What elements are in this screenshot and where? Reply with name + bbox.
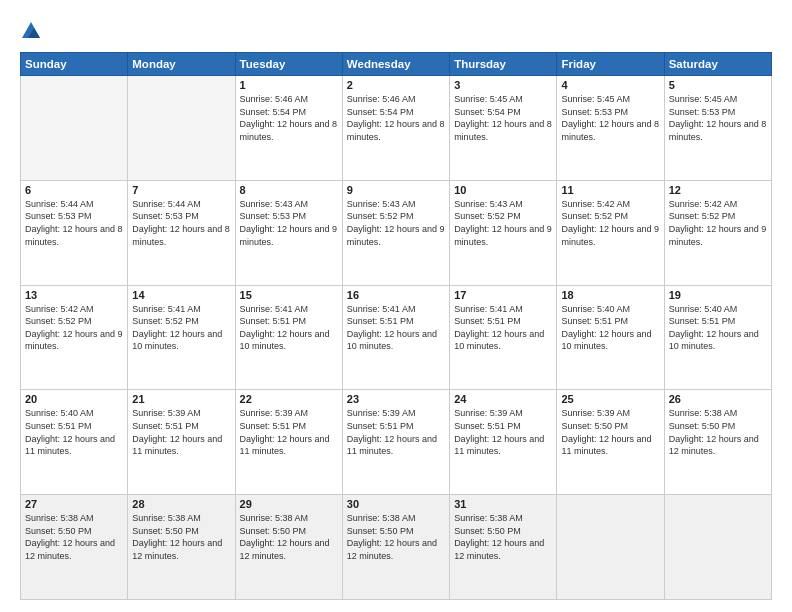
day-info: Sunrise: 5:41 AM Sunset: 5:51 PM Dayligh… [454, 303, 552, 353]
calendar-cell: 30Sunrise: 5:38 AM Sunset: 5:50 PM Dayli… [342, 495, 449, 600]
day-info: Sunrise: 5:45 AM Sunset: 5:54 PM Dayligh… [454, 93, 552, 143]
day-number: 1 [240, 79, 338, 91]
day-number: 20 [25, 393, 123, 405]
day-number: 13 [25, 289, 123, 301]
calendar-cell: 11Sunrise: 5:42 AM Sunset: 5:52 PM Dayli… [557, 180, 664, 285]
logo [20, 20, 46, 42]
weekday-header: Saturday [664, 53, 771, 76]
day-info: Sunrise: 5:38 AM Sunset: 5:50 PM Dayligh… [240, 512, 338, 562]
calendar-cell: 31Sunrise: 5:38 AM Sunset: 5:50 PM Dayli… [450, 495, 557, 600]
weekday-header: Friday [557, 53, 664, 76]
calendar-cell: 12Sunrise: 5:42 AM Sunset: 5:52 PM Dayli… [664, 180, 771, 285]
day-info: Sunrise: 5:44 AM Sunset: 5:53 PM Dayligh… [25, 198, 123, 248]
weekday-header: Sunday [21, 53, 128, 76]
calendar-table: SundayMondayTuesdayWednesdayThursdayFrid… [20, 52, 772, 600]
calendar-week-row: 6Sunrise: 5:44 AM Sunset: 5:53 PM Daylig… [21, 180, 772, 285]
calendar-cell: 26Sunrise: 5:38 AM Sunset: 5:50 PM Dayli… [664, 390, 771, 495]
day-info: Sunrise: 5:44 AM Sunset: 5:53 PM Dayligh… [132, 198, 230, 248]
day-info: Sunrise: 5:39 AM Sunset: 5:51 PM Dayligh… [347, 407, 445, 457]
day-number: 28 [132, 498, 230, 510]
calendar-cell: 23Sunrise: 5:39 AM Sunset: 5:51 PM Dayli… [342, 390, 449, 495]
calendar-cell [664, 495, 771, 600]
day-info: Sunrise: 5:38 AM Sunset: 5:50 PM Dayligh… [25, 512, 123, 562]
day-number: 18 [561, 289, 659, 301]
weekday-header: Monday [128, 53, 235, 76]
calendar-cell: 9Sunrise: 5:43 AM Sunset: 5:52 PM Daylig… [342, 180, 449, 285]
calendar-cell [128, 76, 235, 181]
calendar-cell: 13Sunrise: 5:42 AM Sunset: 5:52 PM Dayli… [21, 285, 128, 390]
day-number: 12 [669, 184, 767, 196]
calendar-week-row: 13Sunrise: 5:42 AM Sunset: 5:52 PM Dayli… [21, 285, 772, 390]
day-number: 7 [132, 184, 230, 196]
day-number: 30 [347, 498, 445, 510]
calendar-week-row: 1Sunrise: 5:46 AM Sunset: 5:54 PM Daylig… [21, 76, 772, 181]
day-number: 14 [132, 289, 230, 301]
calendar-cell: 21Sunrise: 5:39 AM Sunset: 5:51 PM Dayli… [128, 390, 235, 495]
weekday-header: Wednesday [342, 53, 449, 76]
day-number: 16 [347, 289, 445, 301]
weekday-header-row: SundayMondayTuesdayWednesdayThursdayFrid… [21, 53, 772, 76]
calendar-cell [21, 76, 128, 181]
day-number: 3 [454, 79, 552, 91]
calendar-cell: 3Sunrise: 5:45 AM Sunset: 5:54 PM Daylig… [450, 76, 557, 181]
calendar-cell: 29Sunrise: 5:38 AM Sunset: 5:50 PM Dayli… [235, 495, 342, 600]
day-number: 6 [25, 184, 123, 196]
logo-icon [20, 20, 42, 42]
day-info: Sunrise: 5:45 AM Sunset: 5:53 PM Dayligh… [561, 93, 659, 143]
day-number: 31 [454, 498, 552, 510]
calendar-week-row: 27Sunrise: 5:38 AM Sunset: 5:50 PM Dayli… [21, 495, 772, 600]
day-info: Sunrise: 5:43 AM Sunset: 5:53 PM Dayligh… [240, 198, 338, 248]
calendar-cell: 20Sunrise: 5:40 AM Sunset: 5:51 PM Dayli… [21, 390, 128, 495]
calendar-cell: 15Sunrise: 5:41 AM Sunset: 5:51 PM Dayli… [235, 285, 342, 390]
calendar-cell: 4Sunrise: 5:45 AM Sunset: 5:53 PM Daylig… [557, 76, 664, 181]
day-info: Sunrise: 5:45 AM Sunset: 5:53 PM Dayligh… [669, 93, 767, 143]
day-info: Sunrise: 5:39 AM Sunset: 5:51 PM Dayligh… [132, 407, 230, 457]
day-info: Sunrise: 5:42 AM Sunset: 5:52 PM Dayligh… [561, 198, 659, 248]
calendar-cell: 24Sunrise: 5:39 AM Sunset: 5:51 PM Dayli… [450, 390, 557, 495]
day-info: Sunrise: 5:46 AM Sunset: 5:54 PM Dayligh… [240, 93, 338, 143]
calendar-cell: 2Sunrise: 5:46 AM Sunset: 5:54 PM Daylig… [342, 76, 449, 181]
day-number: 17 [454, 289, 552, 301]
day-info: Sunrise: 5:38 AM Sunset: 5:50 PM Dayligh… [347, 512, 445, 562]
day-info: Sunrise: 5:42 AM Sunset: 5:52 PM Dayligh… [25, 303, 123, 353]
day-info: Sunrise: 5:40 AM Sunset: 5:51 PM Dayligh… [25, 407, 123, 457]
day-number: 10 [454, 184, 552, 196]
day-number: 15 [240, 289, 338, 301]
day-info: Sunrise: 5:46 AM Sunset: 5:54 PM Dayligh… [347, 93, 445, 143]
day-info: Sunrise: 5:38 AM Sunset: 5:50 PM Dayligh… [132, 512, 230, 562]
day-info: Sunrise: 5:40 AM Sunset: 5:51 PM Dayligh… [561, 303, 659, 353]
calendar-cell: 6Sunrise: 5:44 AM Sunset: 5:53 PM Daylig… [21, 180, 128, 285]
calendar-cell: 17Sunrise: 5:41 AM Sunset: 5:51 PM Dayli… [450, 285, 557, 390]
day-number: 2 [347, 79, 445, 91]
calendar-cell: 18Sunrise: 5:40 AM Sunset: 5:51 PM Dayli… [557, 285, 664, 390]
weekday-header: Tuesday [235, 53, 342, 76]
day-number: 21 [132, 393, 230, 405]
day-info: Sunrise: 5:38 AM Sunset: 5:50 PM Dayligh… [454, 512, 552, 562]
day-number: 5 [669, 79, 767, 91]
calendar-cell: 19Sunrise: 5:40 AM Sunset: 5:51 PM Dayli… [664, 285, 771, 390]
calendar-cell: 8Sunrise: 5:43 AM Sunset: 5:53 PM Daylig… [235, 180, 342, 285]
calendar-cell: 10Sunrise: 5:43 AM Sunset: 5:52 PM Dayli… [450, 180, 557, 285]
calendar-cell: 14Sunrise: 5:41 AM Sunset: 5:52 PM Dayli… [128, 285, 235, 390]
day-number: 23 [347, 393, 445, 405]
calendar-cell [557, 495, 664, 600]
day-info: Sunrise: 5:39 AM Sunset: 5:51 PM Dayligh… [454, 407, 552, 457]
calendar-cell: 28Sunrise: 5:38 AM Sunset: 5:50 PM Dayli… [128, 495, 235, 600]
day-info: Sunrise: 5:43 AM Sunset: 5:52 PM Dayligh… [454, 198, 552, 248]
day-info: Sunrise: 5:41 AM Sunset: 5:52 PM Dayligh… [132, 303, 230, 353]
calendar-cell: 25Sunrise: 5:39 AM Sunset: 5:50 PM Dayli… [557, 390, 664, 495]
day-info: Sunrise: 5:41 AM Sunset: 5:51 PM Dayligh… [347, 303, 445, 353]
day-info: Sunrise: 5:40 AM Sunset: 5:51 PM Dayligh… [669, 303, 767, 353]
calendar-cell: 5Sunrise: 5:45 AM Sunset: 5:53 PM Daylig… [664, 76, 771, 181]
weekday-header: Thursday [450, 53, 557, 76]
calendar-cell: 7Sunrise: 5:44 AM Sunset: 5:53 PM Daylig… [128, 180, 235, 285]
day-number: 22 [240, 393, 338, 405]
day-info: Sunrise: 5:39 AM Sunset: 5:50 PM Dayligh… [561, 407, 659, 457]
day-number: 25 [561, 393, 659, 405]
day-number: 9 [347, 184, 445, 196]
day-number: 26 [669, 393, 767, 405]
day-number: 27 [25, 498, 123, 510]
day-number: 24 [454, 393, 552, 405]
day-info: Sunrise: 5:41 AM Sunset: 5:51 PM Dayligh… [240, 303, 338, 353]
day-number: 4 [561, 79, 659, 91]
